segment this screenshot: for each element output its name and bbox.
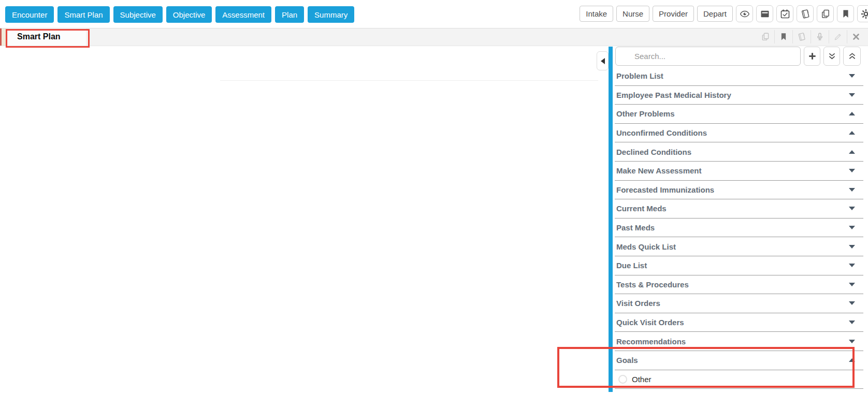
nav-button-objective[interactable]: Objective (166, 6, 212, 23)
left-edge-strip (0, 28, 6, 46)
copy-icon (761, 32, 770, 41)
chevron-up-icon (849, 150, 855, 154)
chevron-down-icon (849, 301, 855, 305)
section-goals[interactable]: Goals (615, 351, 863, 370)
microphone-icon (815, 32, 824, 41)
section-make-new-assessment[interactable]: Make New Assessment (615, 162, 863, 181)
bookmark-icon (841, 9, 851, 19)
section-label: Due List (615, 261, 849, 270)
book-button[interactable] (797, 5, 814, 22)
section-forecasted-immunizations[interactable]: Forecasted Immunizations (615, 181, 863, 200)
section-other-problems[interactable]: Other Problems (615, 105, 863, 124)
nav-button-summary[interactable]: Summary (308, 6, 354, 23)
book-button[interactable] (793, 30, 811, 43)
eye-icon (740, 9, 750, 19)
section-label: Declined Conditions (615, 148, 849, 156)
section-label: Current Meds (615, 204, 849, 213)
chevrons-up-icon (847, 51, 857, 61)
list-item-other[interactable]: Other (615, 370, 863, 389)
bookmark-icon (779, 32, 788, 41)
chevron-down-icon (849, 245, 855, 249)
list-item-label: Other (632, 375, 652, 384)
chevron-down-icon (849, 188, 855, 192)
chevrons-down-icon (827, 51, 837, 61)
archive-button[interactable] (756, 5, 773, 22)
calendar-check-button[interactable] (776, 5, 793, 22)
section-problem-list[interactable]: Problem List (615, 67, 863, 86)
eye-button[interactable] (736, 5, 753, 22)
close-button[interactable] (847, 30, 865, 43)
nav-button-plan[interactable]: Plan (275, 6, 304, 23)
collapse-all-button[interactable] (843, 47, 861, 66)
section-label: Recommendations (615, 337, 849, 346)
chevron-up-icon (849, 358, 855, 362)
book-icon (800, 9, 811, 19)
section-visit-orders[interactable]: Visit Orders (615, 294, 863, 313)
section-past-meds[interactable]: Past Meds (615, 219, 863, 238)
subheader-icon-group (757, 30, 865, 43)
archive-icon (760, 9, 770, 19)
chevron-up-icon (849, 131, 855, 135)
section-label: Problem List (615, 71, 849, 80)
pencil-icon (833, 32, 843, 41)
section-label: Make New Assessment (615, 166, 849, 175)
section-tests-procedures[interactable]: Tests & Procedures (615, 275, 863, 295)
copy-icon (820, 9, 831, 19)
caret-left-icon (601, 58, 605, 64)
section-label: Tests & Procedures (615, 280, 849, 289)
radio-button[interactable] (618, 375, 627, 384)
section-employee-past-medical-history[interactable]: Employee Past Medical History (615, 86, 863, 105)
section-declined-conditions[interactable]: Declined Conditions (615, 142, 863, 162)
subheader-bar: Smart Plan (0, 28, 868, 46)
sidebar-section-list: Problem ListEmployee Past Medical Histor… (615, 67, 863, 389)
nav-button-encounter[interactable]: Encounter (5, 6, 54, 23)
stage-button-nurse[interactable]: Nurse (616, 6, 649, 22)
add-button[interactable] (804, 47, 820, 66)
section-label: Other Problems (615, 109, 849, 118)
chevron-up-icon (849, 112, 855, 115)
close-icon (851, 32, 861, 41)
pencil-button[interactable] (829, 30, 847, 43)
section-recommendations[interactable]: Recommendations (615, 332, 863, 351)
section-unconfirmed-conditions[interactable]: Unconfirmed Conditions (615, 124, 863, 143)
chevron-down-icon (849, 340, 855, 343)
section-quick-visit-orders[interactable]: Quick Visit Orders (615, 313, 863, 332)
copy-button[interactable] (817, 5, 834, 22)
nav-button-smart-plan[interactable]: Smart Plan (57, 6, 109, 23)
bookmark-button[interactable] (837, 5, 854, 22)
section-current-meds[interactable]: Current Meds (615, 199, 863, 219)
plus-icon (807, 51, 817, 61)
chevron-down-icon (849, 169, 855, 172)
search-input[interactable] (615, 47, 801, 66)
section-label: Employee Past Medical History (615, 91, 849, 99)
sidebar-accent-bar (609, 47, 613, 392)
section-label: Visit Orders (615, 299, 849, 308)
section-label: Past Meds (615, 223, 849, 232)
chevron-down-icon (849, 283, 855, 286)
top-toolbar: EncounterSmart PlanSubjectiveObjectiveAs… (0, 0, 868, 28)
chevron-down-icon (849, 207, 855, 210)
stage-button-provider[interactable]: Provider (653, 6, 694, 22)
bookmark-button[interactable] (775, 30, 792, 43)
stage-button-intake[interactable]: Intake (580, 6, 613, 22)
stage-button-depart[interactable]: Depart (697, 6, 733, 22)
gear-button[interactable] (857, 5, 868, 22)
section-label: Unconfirmed Conditions (615, 128, 849, 137)
section-label: Quick Visit Orders (615, 318, 849, 327)
chevron-down-icon (849, 93, 855, 97)
chevron-down-icon (849, 264, 855, 267)
page-title: Smart Plan (17, 28, 61, 45)
chevron-down-icon (849, 321, 855, 324)
microphone-button[interactable] (811, 30, 829, 43)
copy-button[interactable] (757, 30, 774, 43)
sidebar-collapse-button[interactable] (597, 51, 609, 70)
calendar-check-icon (780, 9, 790, 19)
nav-button-assessment[interactable]: Assessment (215, 6, 271, 23)
section-due-list[interactable]: Due List (615, 256, 863, 275)
expand-all-button[interactable] (823, 47, 840, 66)
section-meds-quick-list[interactable]: Meds Quick List (615, 237, 863, 256)
nav-button-subjective[interactable]: Subjective (113, 6, 163, 23)
section-label: Goals (615, 356, 849, 365)
content-divider-line (220, 80, 598, 81)
chevron-down-icon (849, 226, 855, 229)
